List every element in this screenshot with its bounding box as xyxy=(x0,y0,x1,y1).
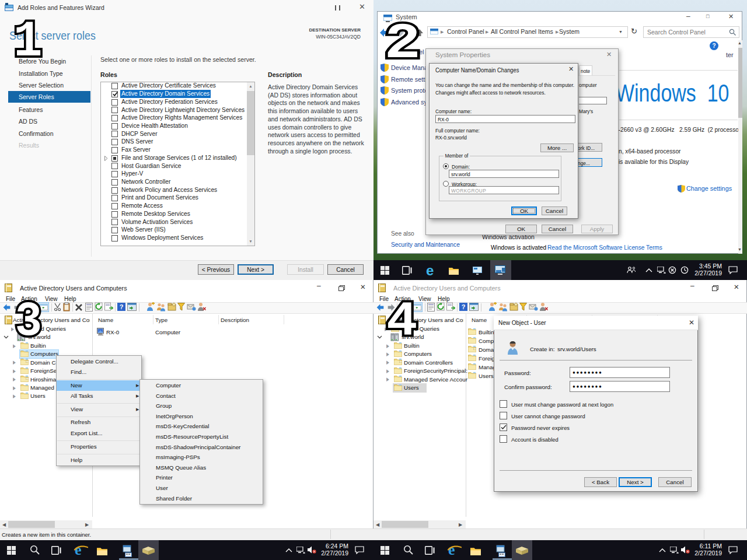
svg-text:4: 4 xyxy=(386,294,417,346)
svg-text:3: 3 xyxy=(15,294,42,346)
svg-text:2: 2 xyxy=(384,16,420,69)
svg-text:1: 1 xyxy=(13,15,43,67)
